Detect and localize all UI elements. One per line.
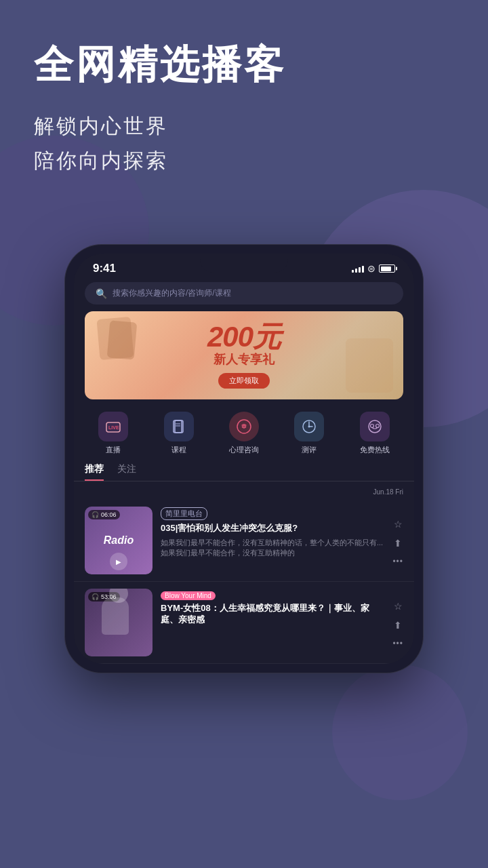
card-1-star-icon[interactable]: ☆ (394, 519, 403, 530)
card-2-title: BYM-女性08：人生幸福感究竟从哪里来？｜事业、家庭、亲密感 (161, 603, 384, 626)
category-live[interactable]: LIVE 直播 (98, 412, 128, 455)
category-consult-label: 心理咨询 (229, 445, 259, 455)
category-hotline-icon (360, 412, 390, 441)
wifi-icon: ⊜ (367, 263, 375, 274)
notch (200, 254, 288, 273)
category-course-label: 课程 (171, 445, 186, 455)
card-1-body: 简里里电台 035|害怕和别人发生冲突怎么克服? 如果我们最早不能合作，没有互助… (161, 507, 384, 574)
category-consult[interactable]: 心理咨询 (229, 412, 259, 455)
banner-subtitle: 新人专享礼 (207, 351, 281, 368)
search-icon: 🔍 (96, 288, 107, 299)
card-1-play-button[interactable]: ▶ (110, 553, 127, 570)
content-card-2: 🎧 53:06 Blow Your Mind BYM-女性08：人生幸福感究竟从… (74, 582, 414, 664)
hero-section: 全网精选播客 解锁内心世界 陪你向内探索 (0, 0, 488, 198)
eval-svg-icon (300, 417, 319, 436)
course-svg-icon (169, 417, 188, 436)
battery-icon (379, 264, 395, 273)
card-1-share-icon[interactable]: ⬆ (394, 538, 402, 549)
svg-point-10 (308, 426, 310, 428)
banner-content: 200元 新人专享礼 立即领取 (207, 323, 281, 389)
status-bar: 9:41 ⊜ (74, 254, 414, 279)
person-body (102, 597, 129, 635)
hotline-svg-icon (365, 417, 384, 436)
card-1-thumb-label: Radio (104, 534, 134, 547)
card-1-more-icon[interactable]: ••• (392, 557, 403, 566)
phone-frame: 9:41 ⊜ 🔍 搜索你感兴趣的内容/咨询师/课 (64, 244, 424, 673)
card-2-actions: ☆ ⬆ ••• (392, 589, 403, 656)
card-2-more-icon[interactable]: ••• (392, 639, 403, 648)
person-figure (102, 597, 136, 645)
phone-screen: 9:41 ⊜ 🔍 搜索你感兴趣的内容/咨询师/课 (74, 254, 414, 664)
card-1-thumbnail: 🎧 06:06 Radio ▶ (85, 507, 152, 574)
banner-amount: 200元 (207, 323, 281, 351)
category-hotline[interactable]: 免费热线 (360, 412, 390, 455)
card-1-desc: 如果我们最早不能合作，没有互助精神的话，整个人类的不能只有...如果我们最早不能… (161, 538, 384, 559)
content-card-1: 🎧 06:06 Radio ▶ 简里里电台 035|害怕和别人发生冲突怎么克服?… (74, 500, 414, 582)
card-1-channel: 简里里电台 (161, 507, 207, 520)
date-label: Jun.18 Fri (74, 486, 414, 500)
battery-fill (381, 267, 391, 271)
category-course-icon (164, 412, 194, 441)
hero-subtitle-line1: 解锁内心世界 (34, 108, 454, 143)
category-eval[interactable]: 测评 (294, 412, 324, 455)
svg-text:LIVE: LIVE (108, 425, 119, 430)
card-1-duration: 🎧 06:06 (88, 510, 120, 519)
live-svg-icon: LIVE (104, 417, 123, 436)
person-illustration (102, 597, 136, 648)
category-eval-icon (294, 412, 324, 441)
status-icons: ⊜ (352, 263, 395, 274)
content-tabs: 推荐 关注 (74, 463, 414, 481)
hero-title: 全网精选播客 (34, 41, 454, 88)
banner-claim-button[interactable]: 立即领取 (218, 373, 270, 389)
category-live-label: 直播 (106, 445, 121, 455)
signal-bar-2 (355, 269, 357, 273)
banner-decoration-3 (346, 338, 393, 393)
card-2-channel: Blow Your Mind (161, 591, 216, 600)
category-live-icon: LIVE (98, 412, 128, 441)
category-list: LIVE 直播 课程 (74, 409, 414, 463)
signal-bar-3 (359, 267, 361, 273)
category-consult-icon (229, 412, 259, 441)
svg-point-13 (375, 425, 379, 428)
card-1-title: 035|害怕和别人发生冲突怎么克服? (161, 523, 384, 534)
banner-decoration-2 (107, 320, 138, 359)
headphone-icon-2: 🎧 (92, 593, 99, 600)
category-hotline-label: 免费热线 (360, 445, 390, 455)
category-course[interactable]: 课程 (164, 412, 194, 455)
category-eval-label: 测评 (302, 445, 317, 455)
svg-rect-3 (175, 420, 182, 433)
signal-icon (352, 264, 364, 273)
card-2-share-icon[interactable]: ⬆ (394, 620, 402, 631)
tab-recommend[interactable]: 推荐 (85, 463, 104, 481)
card-2-star-icon[interactable]: ☆ (394, 601, 403, 612)
signal-bar-1 (352, 270, 354, 273)
consult-svg-icon (235, 417, 253, 436)
hero-subtitle-line2: 陪你向内探索 (34, 143, 454, 178)
promo-banner[interactable]: 200元 新人专享礼 立即领取 (85, 311, 403, 399)
status-time: 9:41 (93, 262, 116, 275)
hero-subtitle: 解锁内心世界 陪你向内探索 (34, 108, 454, 178)
search-bar[interactable]: 🔍 搜索你感兴趣的内容/咨询师/课程 (85, 282, 403, 304)
signal-bar-4 (362, 266, 364, 273)
search-placeholder-text: 搜索你感兴趣的内容/咨询师/课程 (113, 288, 231, 299)
card-2-thumbnail: 🎧 53:06 (85, 589, 152, 656)
svg-point-12 (370, 425, 373, 428)
headphone-icon: 🎧 (92, 511, 99, 518)
tab-follow[interactable]: 关注 (117, 463, 136, 481)
phone-mockup: 9:41 ⊜ 🔍 搜索你感兴趣的内容/咨询师/课 (64, 244, 424, 673)
bg-decoration-3 (332, 665, 468, 800)
card-1-actions: ☆ ⬆ ••• (392, 507, 403, 574)
card-2-body: Blow Your Mind BYM-女性08：人生幸福感究竟从哪里来？｜事业、… (161, 589, 384, 656)
